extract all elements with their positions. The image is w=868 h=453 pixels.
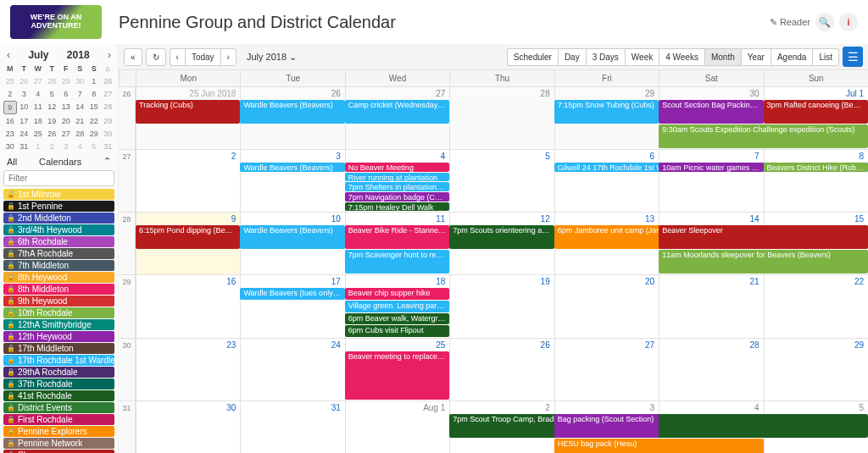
calendar-item[interactable]: 🔒6th Rochdale (3, 236, 114, 247)
calendar-item[interactable]: 🔒8th Heywood (3, 272, 114, 283)
mini-cal-day[interactable]: 6 (59, 88, 73, 100)
calendar-item[interactable]: 🔒9th Heywood (3, 296, 114, 307)
day-cell[interactable]: 23 (136, 339, 240, 401)
calendars-toggle-icon[interactable]: ⌃ (103, 156, 111, 167)
mini-cal-day[interactable]: 16 (3, 115, 17, 127)
mini-cal-day[interactable]: 18 (31, 115, 45, 127)
calendar-item[interactable]: 🔒Pennine Explorers (3, 426, 114, 437)
calendar-item[interactable]: 🔒41st Rochdale (3, 390, 114, 401)
day-cell[interactable]: 2 (136, 150, 240, 212)
event[interactable]: 7pm Scavenger hunt to res and p (345, 250, 449, 273)
mini-cal-day[interactable]: 20 (59, 115, 73, 127)
nav-next-icon[interactable]: › (220, 48, 236, 66)
event[interactable]: Village green. Leaving party. Out (345, 301, 449, 312)
mini-cal-day[interactable]: 30 (74, 75, 87, 87)
calendar-item[interactable]: 🔒District Events (3, 402, 114, 413)
day-cell[interactable]: 24 (240, 339, 344, 401)
event[interactable]: 7:15pm Healey Dell Walk (345, 202, 449, 212)
mini-cal-day[interactable]: 26 (46, 128, 59, 140)
nav-prev-icon[interactable]: ‹ (170, 48, 185, 66)
calendar-item[interactable]: 🔒12th Heywood (3, 331, 114, 342)
calendar-item[interactable]: 🔒29thA Rochdale (3, 367, 114, 378)
view-week[interactable]: Week (625, 48, 659, 66)
mini-cal-day[interactable]: 1 (31, 141, 45, 152)
collapse-sidebar-icon[interactable]: « (124, 48, 142, 66)
mini-cal-day[interactable]: 19 (46, 115, 59, 127)
day-cell[interactable]: 16 (136, 275, 240, 337)
mini-cal-day[interactable]: 21 (74, 115, 87, 127)
day-cell[interactable]: Aug 1 (345, 401, 449, 453)
event[interactable]: Beavers District Hike (Rob Mitche (764, 163, 868, 172)
day-cell[interactable]: 19 (449, 275, 554, 337)
event[interactable]: 6:15pm Pond dipping (Beavers) (136, 225, 240, 249)
calendar-item[interactable]: 🔒1st Pennine (3, 201, 114, 212)
mini-cal-day[interactable]: 11 (31, 101, 45, 114)
calendar-item[interactable]: 🔒10th Rochdale (3, 307, 114, 318)
event[interactable]: Bag packing (Scout Section) (554, 414, 659, 438)
mini-cal-day[interactable]: 28 (74, 128, 87, 140)
mini-cal-day[interactable]: 1 (87, 75, 101, 87)
event[interactable]: 6pm Beaver walk, Watergrove re (345, 313, 449, 325)
day-cell[interactable]: 17 (240, 275, 344, 337)
event[interactable]: 7:15pm Snow Tubing (Cubs) (554, 100, 659, 124)
view-list[interactable]: List (812, 48, 839, 66)
calendar-item[interactable]: 🔒2nd Middleton (3, 213, 114, 224)
view-year[interactable]: Year (741, 48, 771, 66)
mini-cal-prev[interactable]: ‹ (7, 49, 10, 61)
day-cell[interactable]: 21 (659, 275, 763, 337)
mini-cal-day[interactable]: 23 (3, 128, 17, 140)
info-icon[interactable]: i (839, 13, 858, 31)
mini-cal-day[interactable]: 29 (59, 75, 73, 87)
event[interactable]: Beaver Sleepover (659, 225, 868, 249)
day-cell[interactable]: 26 (449, 339, 554, 401)
mini-cal-day[interactable]: 3 (59, 141, 73, 152)
mini-cal-day[interactable]: 2 (46, 141, 59, 152)
mini-cal-day[interactable]: 3 (18, 88, 31, 100)
event[interactable]: Wardle Beavers (Beavers) (240, 100, 344, 124)
event[interactable]: Beaver meeting to replace 4th Ju (345, 351, 449, 400)
mini-cal-day[interactable]: 25 (31, 128, 45, 140)
day-cell[interactable]: 3 (240, 150, 344, 212)
mini-cal-day[interactable]: 31 (18, 141, 31, 152)
calendar-item[interactable]: 🔒17th Rochdale 1st Wardle (3, 355, 114, 366)
event[interactable]: Beaver chip supper hike (345, 288, 449, 300)
day-cell[interactable]: 28 (449, 87, 554, 149)
mini-cal-day[interactable]: 4 (31, 88, 45, 100)
mini-cal-day[interactable]: 27 (59, 128, 73, 140)
event[interactable]: Wardle Beavers (Beavers) (240, 225, 344, 249)
calendar-item[interactable]: 🔒7thA Rochdale (3, 248, 114, 259)
event[interactable]: River running at plantation (345, 173, 449, 182)
mini-cal-day[interactable]: 15 (87, 101, 101, 114)
event[interactable]: 6pm Cubs visit Flipout (345, 325, 449, 337)
day-cell[interactable]: 29 (764, 339, 868, 401)
calendar-item[interactable]: 🔒12thA Smithybridge (3, 319, 114, 330)
view-month[interactable]: Month (704, 48, 741, 66)
today-button[interactable]: Today (185, 48, 220, 66)
mini-cal-day[interactable]: 27 (31, 75, 45, 87)
calendar-item[interactable]: 🔒1st Milnrow (3, 189, 114, 200)
mini-cal-day[interactable]: 8 (87, 88, 101, 100)
calendar-item[interactable]: 🔒First Rochdale (3, 414, 114, 425)
calendars-all[interactable]: All (7, 157, 17, 167)
event[interactable]: Camp cricket (Wednesday night s (345, 100, 449, 124)
event[interactable]: Tracking (Cubs) (136, 100, 240, 124)
view-day[interactable]: Day (558, 48, 586, 66)
filter-input[interactable] (3, 170, 114, 186)
refresh-icon[interactable]: ↻ (146, 48, 166, 66)
event[interactable]: 11am Moorlands sleepover for Beavers (Be… (659, 250, 868, 273)
mini-cal-day[interactable]: 7 (74, 88, 87, 100)
mini-cal-day[interactable]: 28 (46, 75, 59, 87)
event[interactable]: Scout Section Bag Packing (12th (659, 100, 763, 124)
event[interactable]: HESU bag pack (Hesu) (554, 439, 764, 453)
view-agenda[interactable]: Agenda (771, 48, 812, 66)
reader-link[interactable]: ✎ Reader (770, 17, 810, 28)
day-cell[interactable]: 28 (659, 339, 763, 401)
event[interactable]: 3pm Rafted canoeing (Beavers) (764, 100, 868, 124)
mini-cal-day[interactable]: 22 (87, 115, 101, 127)
mini-cal-day[interactable]: 26 (18, 75, 31, 87)
event[interactable]: Wardle Beavers (Beavers) (240, 163, 344, 172)
day-cell[interactable]: 30 (136, 401, 240, 453)
calendar-item[interactable]: 🔒Pennine Network (3, 438, 114, 449)
view-scheduler[interactable]: Scheduler (507, 48, 558, 66)
calendar-item[interactable]: 🔒Shop (3, 450, 114, 453)
